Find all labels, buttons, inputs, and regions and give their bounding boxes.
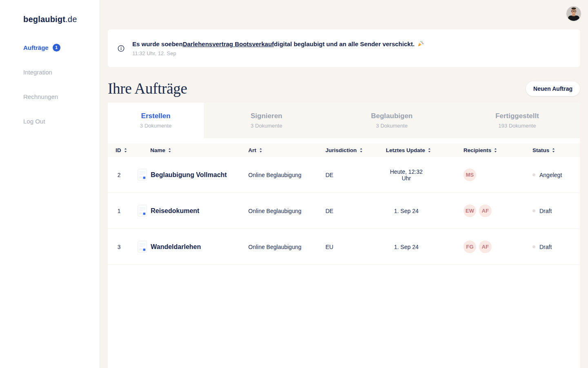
sidebar-nav: Aufträge 1 Integration Rechnungen Log Ou… <box>0 35 100 133</box>
tab-signieren[interactable]: Signieren 3 Dokumente <box>204 103 329 138</box>
cell-name: Beglaubigung Vollmacht <box>138 169 248 181</box>
brand-logo[interactable]: beglaubigt.de <box>23 15 100 24</box>
cell-updated: 1. Sep 24 <box>386 208 463 214</box>
sidebar-item-label: Log Out <box>23 118 45 125</box>
cell-name: Reisedokument <box>138 205 248 217</box>
recipient-avatars: MS <box>463 168 532 181</box>
status-dot-icon <box>532 245 535 248</box>
sidebar-item-rechnungen[interactable]: Rechnungen <box>0 84 100 109</box>
tab-count: 193 Dokumente <box>499 123 536 129</box>
notification-message: Es wurde soeben Darlehensvertrag Bootsve… <box>132 40 424 47</box>
recipient-avatars: FG AF <box>463 240 532 253</box>
column-header-label: Jurisdiction <box>325 147 357 153</box>
recipient-avatar[interactable]: FG <box>463 240 476 253</box>
column-header-status[interactable]: Status <box>532 147 580 153</box>
sidebar-item-logout[interactable]: Log Out <box>0 109 100 133</box>
tab-label: Erstellen <box>141 112 171 120</box>
status-badge: Draft <box>532 208 580 214</box>
cell-id: 3 <box>108 244 138 250</box>
sort-icon[interactable] <box>552 148 555 153</box>
notification-body: Es wurde soeben Darlehensvertrag Bootsve… <box>132 40 424 56</box>
cell-art: Online Beglaubigung <box>248 172 325 178</box>
table-row[interactable]: 1 Reisedokument Online Beglaubigung DE 1… <box>108 193 580 229</box>
recipient-avatar[interactable]: AF <box>479 240 492 253</box>
column-header-letztes-update[interactable]: Letztes Update <box>386 147 463 153</box>
column-header-jurisdiction[interactable]: Jurisdiction <box>325 147 386 153</box>
cell-updated: Heute, 12:32 Uhr <box>386 168 463 182</box>
document-name[interactable]: Wandeldarlehen <box>151 243 201 251</box>
recipient-avatars: EW AF <box>463 204 532 217</box>
status-dot-icon <box>532 173 535 176</box>
order-id: 1 <box>116 208 122 214</box>
cell-name: Wandeldarlehen <box>138 241 248 253</box>
party-popper-icon <box>417 40 424 47</box>
tab-fertiggestellt[interactable]: Fertiggestellt 193 Dokumente <box>454 103 580 138</box>
status-label: Draft <box>539 208 552 214</box>
cell-updated: 1. Sep 24 <box>386 244 463 250</box>
column-header-label: Recipients <box>463 147 491 153</box>
sidebar-item-auftraege[interactable]: Aufträge 1 <box>0 35 100 60</box>
table-row[interactable]: 2 Beglaubigung Vollmacht Online Beglaubi… <box>108 157 580 193</box>
sidebar-item-integration[interactable]: Integration <box>0 60 100 84</box>
cell-id: 2 <box>108 172 138 178</box>
cell-id: 1 <box>108 208 138 214</box>
tab-beglaubigen[interactable]: Beglaubigen 3 Dokumente <box>329 103 454 138</box>
cell-status: Draft <box>532 244 580 250</box>
column-header-id[interactable]: ID <box>108 147 138 153</box>
orders-table: ID Name Art Jurisdiction Letztes Update … <box>108 138 580 368</box>
sort-icon[interactable] <box>259 148 262 153</box>
column-header-label: Status <box>532 147 549 153</box>
document-name[interactable]: Reisedokument <box>151 207 199 215</box>
tab-count: 3 Dokumente <box>376 123 408 129</box>
recipient-avatar[interactable]: EW <box>463 204 476 217</box>
notification-document-link[interactable]: Darlehensvertrag Bootsverkauf <box>183 40 274 47</box>
brand-logo-bold: beglaubigt <box>23 15 65 24</box>
status-badge: Angelegt <box>532 172 580 178</box>
order-id: 3 <box>116 244 122 250</box>
updated-value: 1. Sep 24 <box>386 208 427 214</box>
tab-label: Beglaubigen <box>371 112 412 120</box>
new-order-button[interactable]: Neuen Auftrag <box>526 81 580 96</box>
sort-icon[interactable] <box>124 148 127 153</box>
notification-timestamp: 11:32 Uhr, 12. Sep <box>132 50 424 56</box>
sidebar-item-label: Integration <box>23 69 52 76</box>
column-header-art[interactable]: Art <box>248 147 325 153</box>
tab-count: 3 Dokumente <box>140 123 172 129</box>
sort-icon[interactable] <box>428 148 431 153</box>
status-label: Angelegt <box>539 172 562 178</box>
updated-value: 1. Sep 24 <box>386 244 427 250</box>
main-content: Es wurde soeben Darlehensvertrag Bootsve… <box>100 0 588 368</box>
page-header: Ihre Aufträge Neuen Auftrag <box>108 80 580 97</box>
column-header-label: Name <box>150 147 165 153</box>
orders-count-badge: 1 <box>53 44 60 52</box>
table-header-row: ID Name Art Jurisdiction Letztes Update … <box>108 144 580 157</box>
cell-art: Online Beglaubigung <box>248 244 325 250</box>
document-name[interactable]: Beglaubigung Vollmacht <box>151 171 227 179</box>
status-badge: Draft <box>532 244 580 250</box>
brand-logo-suffix: .de <box>65 15 77 24</box>
sort-icon[interactable] <box>360 148 363 153</box>
recipient-avatar[interactable]: AF <box>479 204 492 217</box>
user-avatar-icon <box>566 6 581 21</box>
recipient-avatar[interactable]: MS <box>463 168 476 181</box>
column-header-name[interactable]: Name <box>138 147 248 153</box>
status-tabs: Erstellen 3 Dokumente Signieren 3 Dokume… <box>108 103 580 138</box>
tab-count: 3 Dokumente <box>251 123 282 129</box>
document-icon <box>138 169 147 181</box>
sort-icon[interactable] <box>494 148 497 153</box>
status-dot-icon <box>532 209 535 212</box>
sort-icon[interactable] <box>168 148 171 153</box>
notification-text-prefix: Es wurde soeben <box>132 40 183 47</box>
cell-jurisdiction: DE <box>325 208 386 214</box>
profile-avatar[interactable] <box>566 6 581 21</box>
cell-jurisdiction: DE <box>325 172 386 178</box>
order-id: 2 <box>116 172 122 178</box>
notification-banner: Es wurde soeben Darlehensvertrag Bootsve… <box>108 29 580 67</box>
tab-label: Fertiggestellt <box>495 112 539 120</box>
document-icon <box>138 205 147 217</box>
column-header-recipients[interactable]: Recipients <box>463 147 532 153</box>
info-icon <box>118 45 125 52</box>
tab-erstellen[interactable]: Erstellen 3 Dokumente <box>108 103 204 138</box>
column-header-label: Letztes Update <box>386 147 425 153</box>
table-row[interactable]: 3 Wandeldarlehen Online Beglaubigung EU … <box>108 229 580 265</box>
